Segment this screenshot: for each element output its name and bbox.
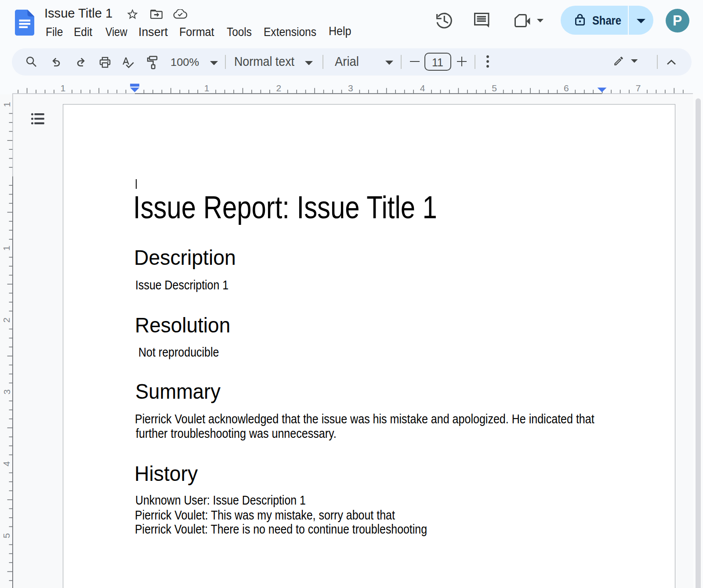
svg-text:3: 3 <box>348 83 353 93</box>
svg-text:6: 6 <box>564 83 569 93</box>
svg-text:4: 4 <box>2 461 12 466</box>
svg-text:1: 1 <box>61 83 66 93</box>
svg-text:4: 4 <box>420 83 425 93</box>
svg-text:1: 1 <box>2 245 12 251</box>
svg-text:2: 2 <box>276 83 281 93</box>
svg-text:3: 3 <box>2 390 12 395</box>
svg-text:1: 1 <box>2 102 12 107</box>
svg-text:7: 7 <box>636 83 641 93</box>
svg-text:5: 5 <box>2 533 12 538</box>
svg-text:5: 5 <box>492 83 497 93</box>
svg-text:2: 2 <box>2 317 12 323</box>
svg-text:1: 1 <box>204 83 210 93</box>
